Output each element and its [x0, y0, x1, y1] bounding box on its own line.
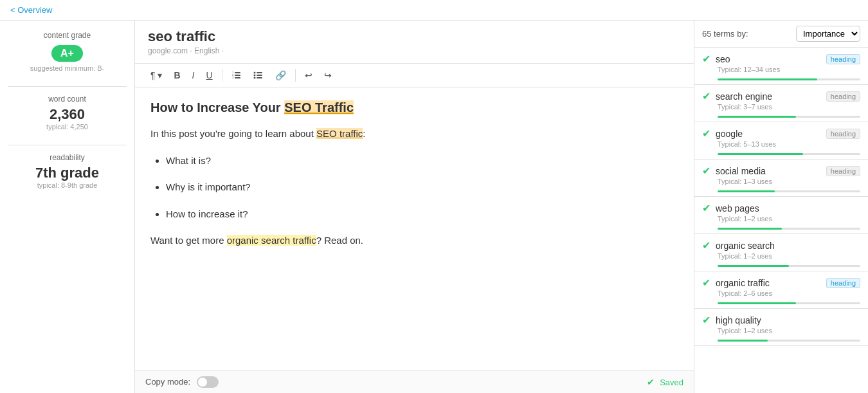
- term-bar: [718, 153, 803, 155]
- term-item-social-media[interactable]: ✔ social media heading Typical: 1–3 uses: [694, 160, 868, 197]
- list-item-3: How to increase it?: [166, 206, 678, 223]
- terms-count: 65 terms by:: [702, 29, 748, 39]
- term-check-icon: ✔: [702, 314, 710, 326]
- copy-mode-toggle[interactable]: [197, 376, 219, 388]
- term-check-icon: ✔: [702, 53, 710, 65]
- term-bar: [718, 340, 768, 342]
- readability-typical: typical: 8-9th grade: [8, 181, 127, 189]
- readability-label: readability: [8, 153, 127, 162]
- term-item-seo[interactable]: ✔ seo heading Typical: 12–34 uses: [694, 48, 868, 85]
- term-row: ✔ high quality: [702, 314, 860, 326]
- suggested-min: suggested minimum: B-: [8, 64, 127, 72]
- term-bar-container: [718, 116, 860, 118]
- term-typical: Typical: 1–2 uses: [718, 215, 860, 225]
- term-row: ✔ google heading: [702, 127, 860, 140]
- underline-btn[interactable]: U: [201, 68, 217, 83]
- right-panel-header: 65 terms by: Importance A-Z Usage: [694, 21, 868, 48]
- terms-list: ✔ seo heading Typical: 12–34 uses ✔ sear…: [694, 48, 868, 393]
- italic-btn[interactable]: I: [187, 68, 200, 83]
- term-name: search engine: [716, 91, 822, 102]
- term-typical: Typical: 1–2 uses: [718, 327, 860, 337]
- editor-footer: Copy mode: ✔ Saved: [135, 370, 694, 393]
- term-item-web-pages[interactable]: ✔ web pages Typical: 1–2 uses: [694, 197, 868, 234]
- toolbar-divider-1: [222, 69, 222, 82]
- copy-mode-container: Copy mode:: [145, 376, 219, 388]
- term-item-search-engine[interactable]: ✔ search engine heading Typical: 3–7 use…: [694, 85, 868, 122]
- term-bar: [718, 302, 796, 304]
- term-typical: Typical: 1–2 uses: [718, 252, 860, 262]
- saved-check-icon: ✔: [647, 377, 655, 387]
- term-check-icon: ✔: [702, 239, 710, 251]
- term-bar-container: [718, 340, 860, 342]
- term-name: organic traffic: [716, 278, 822, 288]
- saved-container: ✔ Saved: [647, 377, 683, 387]
- term-name: seo: [716, 54, 822, 64]
- term-row: ✔ organic traffic heading: [702, 277, 860, 289]
- svg-point-6: [253, 72, 255, 74]
- editor-list: What it is? Why is it important? How to …: [150, 152, 678, 223]
- sidebar-divider-2: [8, 145, 127, 145]
- editor-content[interactable]: How to Increase Your SEO Traffic In this…: [135, 87, 694, 370]
- toggle-knob: [198, 378, 207, 387]
- editor-header: seo traffic google.com · English ·: [135, 21, 694, 58]
- term-bar-container: [718, 228, 860, 230]
- term-bar-container: [718, 265, 860, 267]
- editor-cta: Want to get more organic search traffic?…: [150, 232, 678, 249]
- seo-traffic-highlight: SEO Traffic: [284, 100, 354, 114]
- term-item-organic-search[interactable]: ✔ organic search Typical: 1–2 uses: [694, 234, 868, 271]
- word-count-typical: typical: 4,250: [8, 123, 127, 131]
- term-item-organic-traffic[interactable]: ✔ organic traffic heading Typical: 2–6 u…: [694, 271, 868, 309]
- term-check-icon: ✔: [702, 127, 710, 140]
- copy-mode-label: Copy mode:: [145, 377, 190, 387]
- undo-btn[interactable]: ↩: [300, 68, 318, 83]
- term-typical: Typical: 12–34 uses: [718, 66, 860, 76]
- saved-label: Saved: [660, 378, 683, 387]
- term-row: ✔ web pages: [702, 202, 860, 214]
- term-bar-container: [718, 78, 860, 80]
- sidebar-divider-1: [8, 86, 127, 87]
- svg-rect-2: [235, 77, 240, 78]
- term-bar: [718, 265, 789, 267]
- svg-rect-9: [257, 75, 262, 76]
- doc-meta: google.com · English ·: [148, 46, 681, 55]
- svg-rect-11: [257, 77, 262, 78]
- ordered-list-btn[interactable]: 123: [226, 68, 247, 83]
- term-row: ✔ search engine heading: [702, 90, 860, 102]
- editor-area: seo traffic google.com · English · ¶ ▾ B…: [135, 21, 694, 393]
- term-row: ✔ seo heading: [702, 53, 860, 65]
- readability-value: 7th grade: [8, 165, 127, 181]
- word-count-value: 2,360: [8, 106, 127, 123]
- term-typical: Typical: 5–13 uses: [718, 140, 860, 151]
- term-badge: heading: [826, 166, 860, 176]
- term-bar-container: [718, 190, 860, 192]
- term-bar: [718, 78, 817, 80]
- term-item-google[interactable]: ✔ google heading Typical: 5–13 uses: [694, 122, 868, 160]
- svg-point-8: [253, 75, 255, 77]
- paragraph-btn[interactable]: ¶ ▾: [145, 68, 167, 83]
- term-typical: Typical: 1–3 uses: [718, 178, 860, 188]
- term-badge: heading: [826, 91, 860, 102]
- sort-select[interactable]: Importance A-Z Usage: [796, 26, 860, 42]
- term-name: web pages: [716, 203, 860, 214]
- back-link[interactable]: Overview: [10, 5, 52, 15]
- term-check-icon: ✔: [702, 202, 710, 214]
- term-bar-container: [718, 153, 860, 155]
- unordered-list-btn[interactable]: [248, 68, 269, 83]
- term-item-high-quality[interactable]: ✔ high quality Typical: 1–2 uses: [694, 309, 868, 346]
- term-name: google: [716, 129, 822, 139]
- link-btn[interactable]: 🔗: [270, 68, 291, 83]
- readability-section: readability 7th grade typical: 8-9th gra…: [8, 153, 127, 189]
- grade-badge: A+: [51, 45, 83, 62]
- doc-title: seo traffic: [148, 28, 681, 45]
- svg-point-10: [253, 77, 255, 79]
- term-row: ✔ social media heading: [702, 165, 860, 177]
- svg-rect-0: [235, 72, 240, 73]
- toolbar-divider-2: [295, 69, 296, 82]
- term-name: high quality: [716, 315, 860, 325]
- svg-text:3: 3: [232, 76, 234, 79]
- term-typical: Typical: 3–7 uses: [718, 103, 860, 113]
- term-bar: [718, 116, 796, 118]
- seo-traffic-highlight-2: SEO traffic: [316, 128, 363, 139]
- bold-btn[interactable]: B: [168, 68, 185, 83]
- redo-btn[interactable]: ↪: [319, 68, 337, 83]
